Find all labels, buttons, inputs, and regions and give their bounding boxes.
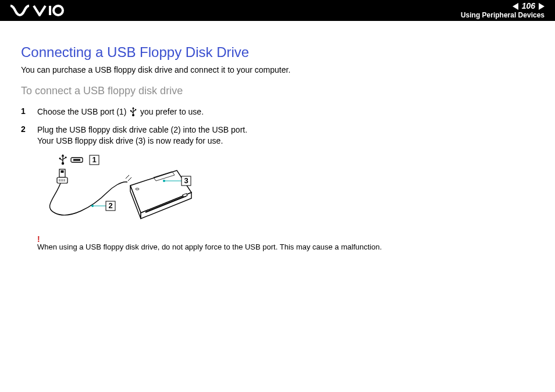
svg-marker-4 xyxy=(132,107,134,109)
page-number: 106 xyxy=(522,1,535,11)
svg-point-1 xyxy=(54,6,63,15)
svg-line-22 xyxy=(126,175,129,179)
svg-rect-11 xyxy=(65,156,66,158)
vaio-logo xyxy=(10,5,64,16)
caution-text: When using a USB floppy disk drive, do n… xyxy=(37,243,382,251)
svg-rect-13 xyxy=(73,159,80,161)
header-right: 106 Using Peripheral Devices xyxy=(461,1,545,19)
step-text-before: Choose the USB port (1) xyxy=(37,107,129,116)
caution-note: ! When using a USB floppy disk drive, do… xyxy=(37,234,534,251)
page-nav: 106 xyxy=(461,1,545,11)
step-body: Plug the USB floppy disk drive cable (2)… xyxy=(37,124,247,147)
steps-list: 1 Choose the USB port (1) you prefer to … xyxy=(21,106,534,147)
step-1: 1 Choose the USB port (1) you prefer to … xyxy=(21,106,534,120)
subheading: To connect a USB floppy disk drive xyxy=(21,85,534,97)
header-bar: 106 Using Peripheral Devices xyxy=(0,0,555,21)
step-text-after: you prefer to use. xyxy=(140,107,204,116)
intro-text: You can purchase a USB floppy disk drive… xyxy=(21,65,534,74)
connection-diagram: 1 2 xyxy=(37,152,534,230)
svg-point-10 xyxy=(59,158,61,159)
step-number: 2 xyxy=(21,124,37,147)
svg-rect-16 xyxy=(61,170,64,173)
step-2: 2 Plug the USB floppy disk drive cable (… xyxy=(21,124,534,147)
svg-marker-9 xyxy=(62,154,65,156)
svg-rect-6 xyxy=(135,109,136,111)
svg-rect-0 xyxy=(49,6,51,15)
step-body: Choose the USB port (1) you prefer to us… xyxy=(37,106,204,120)
prev-page-arrow-icon[interactable] xyxy=(513,3,518,10)
callout-1-label: 1 xyxy=(92,155,96,164)
next-page-arrow-icon[interactable] xyxy=(539,3,545,10)
step-text-line2: Your USB floppy disk drive (3) is now re… xyxy=(37,136,223,145)
step-text-line1: Plug the USB floppy disk drive cable (2)… xyxy=(37,125,247,134)
page-title: Connecting a USB Floppy Disk Drive xyxy=(21,44,534,60)
section-label: Using Peripheral Devices xyxy=(461,11,545,19)
content-area: Connecting a USB Floppy Disk Drive You c… xyxy=(0,21,555,251)
svg-line-23 xyxy=(128,177,131,181)
svg-rect-17 xyxy=(57,177,67,183)
step-number: 1 xyxy=(21,106,37,120)
svg-point-5 xyxy=(130,110,132,112)
callout-3-label: 3 xyxy=(184,176,188,185)
callout-2-label: 2 xyxy=(108,201,112,210)
usb-icon xyxy=(130,107,137,120)
